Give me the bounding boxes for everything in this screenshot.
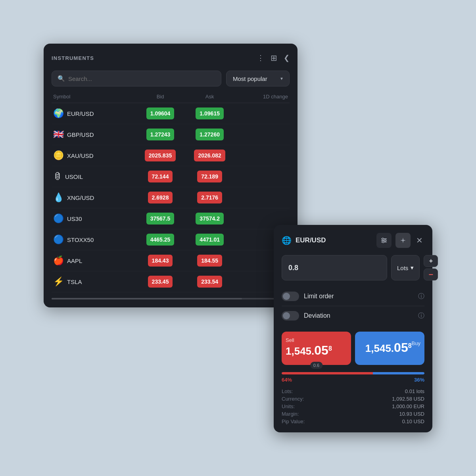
symbol-cell: 🪙 XAU/USD	[53, 150, 136, 161]
scrollbar-track[interactable]	[52, 298, 290, 299]
search-filter-row: 🔍 Most popular ▾	[52, 71, 290, 86]
stepper-plus-button[interactable]: +	[424, 255, 438, 267]
deviation-toggle[interactable]	[282, 311, 299, 321]
limit-order-knob	[283, 293, 290, 300]
search-input[interactable]	[68, 75, 215, 82]
currency-value: 1,092.58 USD	[353, 396, 424, 402]
col-symbol: Symbol	[53, 94, 136, 100]
sparkle-button[interactable]	[395, 233, 411, 248]
ask-cell: 1.27260	[185, 129, 234, 140]
chevron-down-icon: ▾	[280, 76, 283, 81]
symbol-name: AAPL	[67, 257, 82, 264]
lot-unit-selector[interactable]: Lots ▾	[391, 255, 420, 280]
table-row[interactable]: 🪙 XAU/USD 2025.835 2026.082	[52, 145, 290, 166]
deviation-row: Deviation ⓘ	[282, 306, 424, 325]
table-row[interactable]: 💧 XNG/USD 2.6928 2.7176	[52, 187, 290, 208]
chevron-left-icon[interactable]: ❮	[284, 54, 290, 62]
lot-stepper: + −	[424, 255, 438, 280]
grid-icon[interactable]: ⊞	[271, 53, 277, 63]
symbol-name: USOIL	[65, 173, 83, 180]
symbol-icon: 🍎	[53, 255, 64, 266]
scrollbar-thumb	[52, 298, 242, 299]
panel-header: INSTRUMENTS ⋮ ⊞ ❮	[52, 53, 290, 63]
instruments-panel: INSTRUMENTS ⋮ ⊞ ❮ 🔍 Most popular ▾ Symbo…	[44, 44, 298, 307]
sell-button[interactable]: Sell 1,545.058 0.6	[282, 332, 351, 365]
spread-bubble: 0.6	[310, 362, 322, 369]
symbol-icon: 🔵	[53, 234, 64, 245]
ask-price: 72.189	[197, 171, 222, 182]
units-label: Units:	[282, 403, 353, 409]
symbol-cell: 🔵 US30	[53, 213, 136, 224]
symbol-cell: 🇬🇧 GBP/USD	[53, 129, 136, 140]
ask-price: 4471.01	[196, 234, 224, 246]
table-row[interactable]: 🍎 AAPL 184.43 184.55	[52, 250, 290, 271]
bid-cell: 37567.5	[136, 213, 185, 225]
bid-price: 233.45	[148, 276, 173, 288]
sentiment-buy-pct: 36%	[414, 377, 424, 383]
sentiment-bar	[282, 372, 424, 374]
symbol-icon: 🛢	[53, 171, 62, 182]
table-row[interactable]: 🇬🇧 GBP/USD 1.27243 1.27260	[52, 124, 290, 145]
limit-order-label: Limit order	[304, 293, 413, 300]
dots-menu-icon[interactable]: ⋮	[257, 54, 264, 62]
symbol-name: GBP/USD	[67, 131, 94, 138]
page-wrapper: INSTRUMENTS ⋮ ⊞ ❮ 🔍 Most popular ▾ Symbo…	[44, 44, 432, 432]
close-button[interactable]: ✕	[415, 234, 424, 247]
buy-label: Buy	[412, 340, 420, 346]
limit-order-info-icon[interactable]: ⓘ	[418, 292, 424, 301]
pip-value: 0.10 USD	[353, 418, 424, 424]
deviation-label: Deviation	[304, 312, 413, 319]
stepper-minus-button[interactable]: −	[424, 269, 438, 280]
filter-settings-button[interactable]	[376, 233, 392, 248]
table-row[interactable]: ⚡ TSLA 233.45 233.54	[52, 271, 290, 292]
svg-point-4	[384, 240, 386, 241]
ask-cell: 72.189	[185, 171, 234, 182]
bid-price: 37567.5	[146, 213, 175, 225]
symbol-name: XAU/USD	[67, 152, 94, 159]
table-row[interactable]: 🔵 US30 37567.5 37574.2	[52, 208, 290, 229]
ask-price: 1.09615	[196, 107, 224, 119]
pip-label: Pip Value:	[282, 418, 353, 424]
symbol-name: US30	[67, 215, 82, 222]
buy-price-exp: 8	[408, 342, 412, 349]
sliders-icon	[380, 237, 388, 244]
bid-price: 1.09604	[146, 107, 175, 119]
bid-cell: 1.27243	[136, 129, 185, 140]
buy-price-main: 1,545.	[365, 342, 394, 354]
symbol-name: EUR/USD	[67, 110, 94, 117]
buy-button[interactable]: Buy 1,545.058	[355, 332, 424, 365]
bid-cell: 233.45	[136, 276, 185, 288]
table-header: Symbol Bid Ask 1D change	[52, 94, 290, 103]
sparkle-icon	[399, 237, 407, 244]
buy-price-bold: 05	[394, 340, 408, 355]
table-row[interactable]: 🔵 STOXX50 4465.25 4471.01	[52, 229, 290, 250]
symbol-cell: 🔵 STOXX50	[53, 234, 136, 245]
table-row[interactable]: 🌍 EUR/USD 1.09604 1.09615	[52, 103, 290, 124]
bid-price: 72.144	[148, 171, 173, 182]
ask-price: 1.27260	[196, 129, 224, 140]
symbol-cell: 💧 XNG/USD	[53, 192, 136, 203]
sell-price-main: 1,545.	[286, 345, 314, 357]
limit-order-toggle[interactable]	[282, 292, 299, 301]
sentiment-labels: 64% 36%	[282, 377, 424, 383]
filter-dropdown[interactable]: Most popular ▾	[226, 71, 290, 86]
lots-value: 0.01 lots	[353, 388, 424, 394]
bid-price: 1.27243	[146, 129, 175, 140]
bid-price: 184.43	[148, 255, 173, 267]
sentiment-blue-fill	[373, 372, 424, 374]
bid-cell: 184.43	[136, 255, 185, 267]
ask-cell: 4471.01	[185, 234, 234, 246]
search-box[interactable]: 🔍	[52, 71, 221, 86]
ask-cell: 2026.082	[185, 150, 234, 161]
table-row[interactable]: 🛢 USOIL 72.144 72.189	[52, 166, 290, 187]
trading-panel: 🌐 EUR/USD ✕ L	[274, 225, 432, 432]
deviation-info-icon[interactable]: ⓘ	[418, 312, 424, 320]
trading-symbol-flag: 🌐	[282, 236, 292, 245]
trade-info-grid: Lots: 0.01 lots Currency: 1,092.58 USD U…	[282, 388, 424, 424]
sell-label: Sell	[286, 337, 347, 343]
ask-price: 184.55	[197, 255, 222, 267]
lot-input[interactable]	[282, 255, 387, 280]
sentiment-red-fill	[282, 372, 373, 374]
ask-price: 37574.2	[196, 213, 224, 225]
limit-order-row: Limit order ⓘ	[282, 287, 424, 306]
